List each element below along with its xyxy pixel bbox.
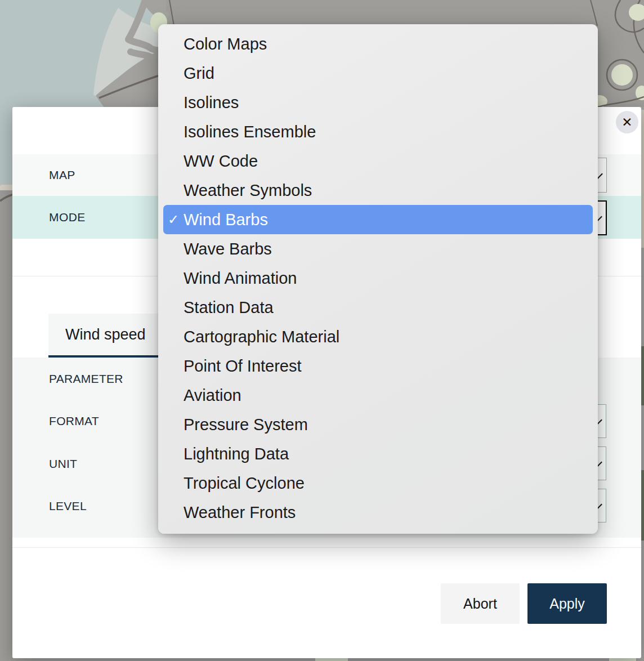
close-button[interactable]: ✕: [616, 111, 638, 133]
menu-item-cartographic-material[interactable]: Cartographic Material: [158, 322, 598, 351]
unit-label: UNIT: [49, 457, 77, 471]
menu-item-aviation[interactable]: Aviation: [158, 381, 598, 410]
menu-item-station-data[interactable]: Station Data: [158, 293, 598, 322]
level-label: LEVEL: [49, 499, 87, 513]
map-row-label: MAP: [49, 168, 75, 182]
mode-row-label: MODE: [49, 211, 86, 224]
apply-button[interactable]: Apply: [527, 583, 607, 624]
menu-item-isolines[interactable]: Isolines: [158, 88, 598, 117]
tab-label: Wind speed: [65, 326, 146, 343]
close-icon: ✕: [621, 116, 632, 129]
divider: [12, 547, 641, 548]
menu-item-pressure-system[interactable]: Pressure System: [158, 410, 598, 439]
checkmark-icon: ✓: [168, 205, 179, 234]
menu-item-tropical-cyclone[interactable]: Tropical Cyclone: [158, 468, 598, 498]
menu-item-color-maps[interactable]: Color Maps: [158, 29, 598, 59]
menu-item-wave-barbs[interactable]: Wave Barbs: [158, 234, 598, 263]
menu-item-ww-code[interactable]: WW Code: [158, 146, 598, 176]
menu-item-grid[interactable]: Grid: [158, 59, 598, 88]
mode-dropdown-menu: Color Maps Grid Isolines Isolines Ensemb…: [158, 24, 598, 534]
map-vegetation-patch: [611, 64, 633, 86]
menu-item-weather-fronts[interactable]: Weather Fronts: [158, 498, 598, 527]
menu-item-lightning-data[interactable]: Lightning Data: [158, 439, 598, 468]
menu-item-point-of-interest[interactable]: Point Of Interest: [158, 351, 598, 381]
format-label: FORMAT: [49, 414, 99, 428]
parameter-label: PARAMETER: [49, 372, 123, 386]
menu-item-weather-symbols[interactable]: Weather Symbols: [158, 176, 598, 205]
menu-item-isolines-ensemble[interactable]: Isolines Ensemble: [158, 117, 598, 146]
abort-button[interactable]: Abort: [441, 583, 520, 624]
menu-item-wind-barbs-selected[interactable]: ✓ Wind Barbs: [163, 205, 593, 234]
menu-item-wind-animation[interactable]: Wind Animation: [158, 263, 598, 293]
